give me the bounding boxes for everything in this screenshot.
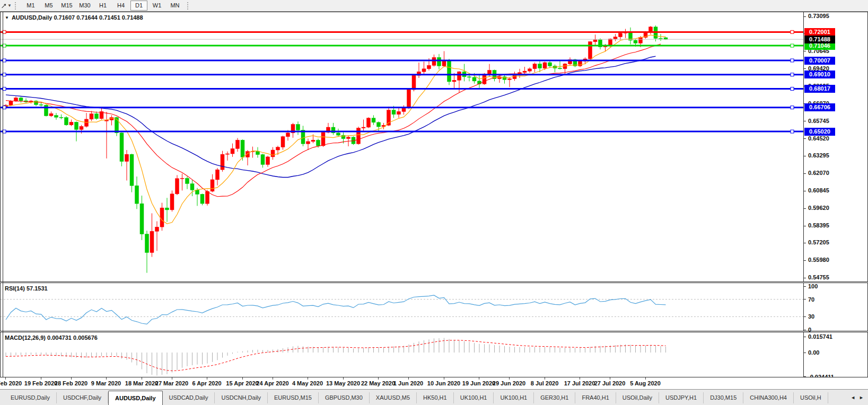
tab-gbpusd-m30[interactable]: GBPUSD,M30 (319, 392, 370, 403)
chart-tabs: EURUSD,DailyUSDCHF,DailyAUDUSD,DailyUSDC… (4, 391, 828, 405)
current-price-badge: 0.71488 (804, 36, 835, 43)
hline-handle[interactable] (791, 73, 794, 76)
price-tick-label: 0.62070 (808, 170, 829, 176)
tab-scroll-right-icon[interactable]: ► (859, 395, 864, 400)
hline-handle[interactable] (791, 130, 794, 133)
moving-average-line (6, 35, 666, 224)
price-tick-label: 0.65745 (808, 118, 829, 124)
macd-axis[interactable]: 0.0157410.00-0.024411 (803, 332, 868, 377)
date-label: 19 Jun 2020 (462, 380, 495, 386)
crosshair-tool-icon[interactable]: ▼ (1, 1, 12, 11)
tab-uk100-h1[interactable]: UK100,H1 (494, 392, 534, 403)
tab-ger30-h1[interactable]: GER30,H1 (534, 392, 575, 403)
timeframe-button-D1[interactable]: D1 (130, 1, 147, 11)
timeframe-buttons: M1M5M15M30H1H4D1W1MN (22, 1, 184, 11)
price-level-badge: 0.68017 (804, 85, 835, 93)
timeframe-button-M1[interactable]: M1 (22, 1, 39, 11)
hline-0.65020[interactable] (1, 130, 803, 133)
date-label: 10 Jun 2020 (427, 380, 460, 386)
timeframe-button-M15[interactable]: M15 (58, 1, 75, 11)
rsi-panel: RSI(14) 57.1531 10070300 (0, 283, 868, 331)
price-axis[interactable]: 0.730950.718700.706450.694200.681950.669… (803, 12, 868, 281)
timeframe-button-H4[interactable]: H4 (112, 1, 129, 11)
tab-usdcad-daily[interactable]: USDCAD,Daily (163, 392, 215, 403)
date-label: 19 Feb 2020 (24, 380, 57, 386)
rsi-scale-label: 30 (808, 313, 814, 320)
macd-panel: MACD(12,26,9) 0.004731 0.005676 0.015741… (0, 332, 868, 377)
hline-0.68017[interactable] (1, 87, 803, 91)
tab-usdcnh-daily[interactable]: USDCNH,Daily (215, 392, 268, 403)
chart-left-border (3, 12, 3, 377)
hline-handle[interactable] (791, 87, 794, 91)
hline-0.69010[interactable] (1, 73, 803, 76)
hline-handle[interactable] (791, 44, 794, 47)
price-level-badge: 0.66706 (804, 103, 835, 111)
tab-china300-h4[interactable]: CHINA300,H4 (743, 392, 794, 403)
macd-signal-line (6, 340, 666, 371)
tab-uk100-h1[interactable]: UK100,H1 (454, 392, 494, 403)
price-tick-label: 0.63295 (808, 152, 829, 159)
price-tick-label: 0.60845 (808, 187, 829, 193)
timeframe-button-M5[interactable]: M5 (40, 1, 57, 11)
date-label: 10 Feb 2020 (0, 380, 22, 386)
price-tick-label: 0.55980 (808, 257, 829, 263)
tab-eurusd-daily[interactable]: EURUSD,Daily (4, 392, 57, 403)
price-tick-label: 0.59620 (808, 205, 829, 211)
date-label: 29 Jun 2020 (493, 380, 525, 386)
hline-handle[interactable] (791, 30, 794, 33)
date-label: 15 Apr 2020 (226, 380, 258, 386)
toolbar-grip-end (187, 2, 190, 10)
timeframe-button-W1[interactable]: W1 (148, 1, 165, 11)
toolbar-grip[interactable] (15, 2, 17, 10)
tab-usdchf-daily[interactable]: USDCHF,Daily (57, 392, 108, 403)
tab-hk50-h1[interactable]: HK50,H1 (417, 392, 454, 403)
chart-title-dropdown-icon[interactable]: ▼ (5, 15, 9, 20)
tool-dropdown-icon[interactable]: ▼ (7, 3, 12, 8)
hline-0.72001[interactable] (1, 30, 803, 33)
date-label: 6 Apr 2020 (192, 380, 221, 386)
tab-usoil-h[interactable]: USOil,H (794, 392, 828, 403)
tab-scroll-left-icon[interactable]: ◄ (851, 395, 855, 400)
date-label: 28 Feb 2020 (55, 380, 87, 386)
date-label: 27 Jul 2020 (594, 380, 626, 386)
date-label: 18 Mar 2020 (125, 380, 158, 386)
price-level-badge: 0.65020 (804, 128, 835, 136)
timeframe-button-H1[interactable]: H1 (94, 1, 111, 11)
hline-handle[interactable] (791, 59, 794, 62)
date-label: 9 Mar 2020 (91, 380, 121, 386)
rsi-plot[interactable] (1, 283, 803, 331)
macd-label: MACD(12,26,9) 0.004731 0.005676 (5, 334, 98, 341)
tab-xauusd-m5[interactable]: XAUUSD,M5 (370, 392, 417, 403)
chart-title-text: AUDUSD,Daily 0.71607 0.71644 0.71451 0.7… (12, 14, 143, 21)
price-level-badge: 0.70007 (804, 57, 835, 65)
date-label: 13 May 2020 (326, 380, 360, 386)
tab-usdjpy-h1[interactable]: USDJPY,H1 (659, 392, 704, 403)
price-chart-plot[interactable] (1, 12, 803, 281)
price-level-badge: 0.69010 (804, 71, 835, 78)
chart-tab-bar: EURUSD,DailyUSDCHF,DailyAUDUSD,DailyUSDC… (0, 389, 868, 405)
timeframe-button-MN[interactable]: MN (166, 1, 183, 11)
date-label: 1 Jun 2020 (393, 380, 423, 386)
macd-scale-label: 0.00 (808, 349, 819, 356)
macd-scale-label: 0.015741 (808, 333, 832, 340)
hline-0.71046[interactable] (1, 44, 803, 47)
tab-scroll-arrows: ◄ ► (845, 390, 868, 405)
price-tick-label: 0.64520 (808, 135, 829, 142)
hline-0.70007[interactable] (1, 59, 803, 62)
hline-handle[interactable] (791, 106, 794, 109)
tab-usoil-daily[interactable]: USOil,Daily (616, 392, 659, 403)
tab-eurusd-m15[interactable]: EURUSD,M15 (268, 392, 319, 403)
tab-dj30-m15[interactable]: DJ30,M15 (704, 392, 743, 403)
rsi-label: RSI(14) 57.1531 (5, 285, 48, 292)
tab-audusd-daily[interactable]: AUDUSD,Daily (108, 391, 162, 405)
tab-fra40-h1[interactable]: FRA40,H1 (575, 392, 616, 403)
date-label: 17 Jul 2020 (564, 380, 595, 386)
macd-plot[interactable] (1, 332, 803, 377)
timeframe-button-M30[interactable]: M30 (76, 1, 93, 11)
date-label: 5 Aug 2020 (630, 380, 661, 386)
date-label: 4 May 2020 (292, 380, 323, 386)
price-tick-label: 0.73095 (808, 13, 829, 19)
rsi-axis[interactable]: 10070300 (803, 283, 868, 331)
price-tick-label: 0.57205 (808, 239, 829, 245)
date-axis[interactable]: 10 Feb 202019 Feb 202028 Feb 20209 Mar 2… (0, 377, 868, 389)
